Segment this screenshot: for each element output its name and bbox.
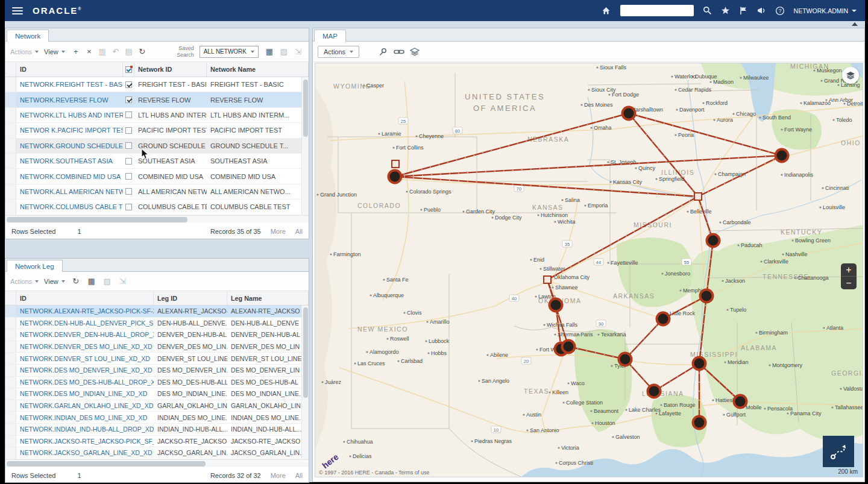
network-table-row[interactable]: NETWORK.REVERSE FLOW REVERSE FLOW REVERS… bbox=[5, 92, 301, 107]
flag-icon[interactable] bbox=[739, 6, 747, 15]
tab-network-leg[interactable]: Network Leg bbox=[7, 260, 63, 272]
row-gutter[interactable] bbox=[5, 306, 16, 317]
network-table-row[interactable]: NETWORK.ALL AMERICAN NETWORK ALL AMERICA… bbox=[5, 184, 301, 200]
leg-table-row[interactable]: NETWORK.DENVER_DES MO_LINE_XD_XD DENVER_… bbox=[5, 341, 301, 353]
row-gutter[interactable] bbox=[5, 154, 16, 168]
route-overview-button[interactable] bbox=[823, 436, 854, 467]
favorites-star-icon[interactable] bbox=[721, 6, 730, 15]
grid-icon[interactable]: ▧ bbox=[278, 47, 289, 56]
row-checkbox[interactable] bbox=[125, 142, 132, 149]
all-link[interactable]: All bbox=[295, 228, 303, 235]
row-gutter[interactable] bbox=[5, 200, 16, 214]
row-gutter[interactable] bbox=[5, 329, 16, 341]
leg-row-id-link[interactable]: NETWORK.INDIAN_IND-HUB-ALL_DROP_XD_ST bbox=[16, 426, 154, 433]
column-header-network-name[interactable]: Network Name bbox=[207, 62, 309, 77]
row-gutter[interactable] bbox=[5, 108, 16, 122]
leg-table-row[interactable]: NETWORK.DENVER_ST LOU_LINE_XD_XD DENVER_… bbox=[5, 353, 301, 365]
row-gutter[interactable] bbox=[5, 447, 16, 459]
pin-icon[interactable] bbox=[379, 47, 388, 57]
search-icon[interactable] bbox=[703, 6, 712, 15]
network-row-id-link[interactable]: NETWORK.COMBINED MID USA bbox=[16, 173, 123, 180]
home-icon[interactable] bbox=[601, 6, 611, 16]
row-gutter[interactable] bbox=[5, 436, 16, 447]
undo-icon[interactable]: ↶ bbox=[110, 47, 121, 56]
announcements-icon[interactable] bbox=[756, 6, 766, 15]
leg-row-id-link[interactable]: NETWORK.DENVER_ST LOU_LINE_XD_XD bbox=[16, 355, 154, 362]
refresh-icon[interactable]: ↻ bbox=[137, 47, 148, 56]
row-gutter[interactable] bbox=[5, 353, 16, 364]
user-menu[interactable]: NETWORK.ADMIN bbox=[794, 7, 857, 14]
row-checkbox[interactable] bbox=[125, 127, 132, 134]
leg-row-id-link[interactable]: NETWORK.DES MO_DENVER_LINE_XD_XD bbox=[16, 366, 154, 374]
row-checkbox[interactable] bbox=[125, 173, 132, 180]
leg-row-id-link[interactable]: NETWORK.JACKSO_GARLAN_LINE_XD_XD bbox=[16, 449, 154, 456]
row-gutter[interactable] bbox=[5, 424, 16, 435]
add-icon[interactable]: + bbox=[71, 47, 81, 56]
refresh-icon[interactable]: ↻ bbox=[71, 277, 81, 286]
map-canvas[interactable]: 25807035404420553010 WYOMINGUNITED STATE… bbox=[315, 63, 863, 477]
map-attribution[interactable]: © 1997 - 2016 HERE - Canada - Terms of u… bbox=[319, 470, 430, 476]
actions-menu[interactable]: Actions bbox=[10, 48, 39, 55]
row-gutter[interactable] bbox=[5, 184, 16, 199]
table-icon[interactable]: ▦ bbox=[264, 47, 275, 56]
column-header-leg-id[interactable]: Leg ID bbox=[154, 291, 227, 305]
horizontal-scrollbar[interactable] bbox=[5, 459, 309, 467]
leg-row-id-link[interactable]: NETWORK.DES MO_DES-HUB-ALL_DROP_XD_ST bbox=[16, 379, 154, 386]
actions-menu[interactable]: Actions bbox=[10, 278, 39, 285]
network-row-id-link[interactable]: NETWORK.REVERSE FLOW bbox=[16, 96, 123, 104]
leg-table-row[interactable]: NETWORK.INDIAN_DES MO_LINE_XD_XD INDIAN_… bbox=[5, 412, 301, 424]
leg-table-row[interactable]: NETWORK.JACKSO_GARLAN_LINE_XD_XD JACKSO_… bbox=[5, 447, 301, 459]
network-table-row[interactable]: NETWORK.SOUTHEAST ASIA SOUTHEAST ASIA SO… bbox=[5, 154, 301, 169]
help-icon[interactable]: ? bbox=[775, 6, 785, 16]
row-checkbox[interactable] bbox=[125, 204, 132, 210]
column-header-leg-name[interactable]: Leg Name bbox=[227, 291, 309, 305]
vertical-scrollbar[interactable] bbox=[301, 77, 309, 215]
map-layers-button[interactable] bbox=[842, 67, 859, 84]
link-icon[interactable] bbox=[394, 48, 404, 56]
row-checkbox[interactable] bbox=[125, 158, 132, 165]
all-link[interactable]: All bbox=[295, 472, 303, 479]
export-icon[interactable]: ⇲ bbox=[118, 277, 128, 286]
row-checkbox[interactable] bbox=[125, 188, 132, 195]
zoom-out-button[interactable]: − bbox=[841, 277, 857, 289]
row-checkbox[interactable] bbox=[125, 81, 132, 88]
network-row-id-link[interactable]: NETWOR K.PACIFIC IMPORT TEST bbox=[16, 127, 123, 134]
network-table-row[interactable]: NETWORK.GROUND SCHEDULE TEST GROUND SCHE… bbox=[5, 139, 301, 154]
network-row-id-link[interactable]: NETWORK.SOUTHEAST ASIA bbox=[16, 157, 123, 165]
horizontal-scrollbar[interactable] bbox=[5, 215, 309, 223]
network-table-row[interactable]: NETWORK.COMBINED MID USA COMBINED MID US… bbox=[5, 169, 301, 184]
leg-table-row[interactable]: NETWORK.JACKSO-RTE_JACKSO-PICK_SF_XD JAC… bbox=[5, 436, 301, 448]
network-row-id-link[interactable]: NETWORK.FREIGHT TEST - BASIC bbox=[16, 81, 123, 88]
leg-table-row[interactable]: NETWORK.ALEXAN-RTE_JACKSO-PICK-SF-XD ALE… bbox=[5, 306, 301, 318]
copy-icon[interactable]: ▥ bbox=[97, 47, 108, 56]
print-icon[interactable]: ▤ bbox=[124, 47, 134, 56]
network-table-row[interactable]: NETWORK.LTL HUBS AND INTERMO... LTL HUBS… bbox=[5, 108, 301, 123]
row-gutter[interactable] bbox=[5, 123, 16, 137]
row-checkbox[interactable] bbox=[125, 112, 132, 118]
leg-table-row[interactable]: NETWORK.INDIAN_IND-HUB-ALL_DROP_XD_ST IN… bbox=[5, 424, 301, 436]
network-row-id-link[interactable]: NETWORK.ALL AMERICAN NETWORK bbox=[16, 188, 123, 195]
network-row-id-link[interactable]: NETWORK.COLUMBUS CABLE TEST bbox=[16, 203, 123, 210]
leg-row-id-link[interactable]: NETWORK.DES MO_INDIAN_LINE_XD_XD bbox=[16, 390, 154, 397]
network-table-row[interactable]: NETWORK.FREIGHT TEST - BASIC FREIGHT TES… bbox=[5, 77, 301, 92]
leg-row-id-link[interactable]: NETWORK.GARLAN_OKLAHO_LINE_XD_XD bbox=[16, 402, 154, 409]
map-viewport[interactable]: 25807035404420553010 WYOMINGUNITED STATE… bbox=[315, 63, 863, 477]
leg-table-row[interactable]: NETWORK.DES MO_INDIAN_LINE_XD_XD DES MO_… bbox=[5, 388, 301, 400]
leg-row-id-link[interactable]: NETWORK.INDIAN_DES MO_LINE_XD_XD bbox=[16, 414, 154, 421]
leg-table-row[interactable]: NETWORK.GARLAN_OKLAHO_LINE_XD_XD GARLAN_… bbox=[5, 400, 301, 412]
leg-table-row[interactable]: NETWORK.DENVER_DEN-HUB-ALL_DROP_XD_ST DE… bbox=[5, 329, 301, 341]
network-row-id-link[interactable]: NETWORK.GROUND SCHEDULE TEST bbox=[16, 142, 123, 149]
export-icon[interactable]: ⇲ bbox=[293, 47, 304, 56]
hamburger-menu-icon[interactable] bbox=[12, 7, 23, 14]
zoom-in-button[interactable]: + bbox=[841, 263, 857, 276]
network-table-row[interactable]: NETWOR K.PACIFIC IMPORT TEST PACIFIC IMP… bbox=[5, 123, 301, 138]
row-gutter[interactable] bbox=[5, 92, 16, 107]
saved-search-select[interactable]: ALL NETWORK bbox=[200, 46, 259, 58]
view-menu[interactable]: View bbox=[44, 278, 65, 285]
leg-row-id-link[interactable]: NETWORK.DENVER_DEN-HUB-ALL_DROP_XD_ST bbox=[16, 331, 154, 338]
leg-table-row[interactable]: NETWORK.DES MO_DENVER_LINE_XD_XD DES MO_… bbox=[5, 365, 301, 377]
row-checkbox[interactable] bbox=[125, 96, 132, 103]
leg-row-id-link[interactable]: NETWORK.DENVER_DES MO_LINE_XD_XD bbox=[16, 343, 154, 350]
row-gutter[interactable] bbox=[5, 139, 16, 153]
column-header-id[interactable]: ID bbox=[16, 62, 123, 77]
